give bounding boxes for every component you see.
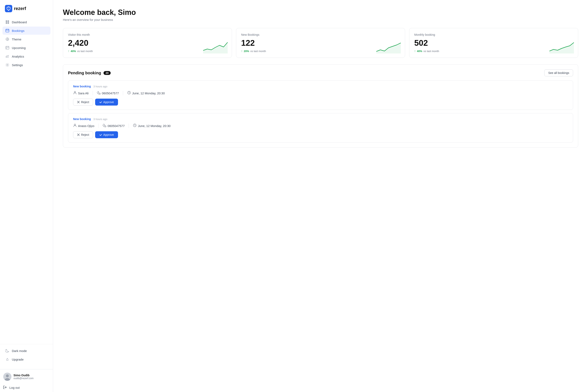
booking-name-item-0: Sara Ali — [73, 91, 93, 95]
sidebar-nav: Dashboard Bookings Theme — [0, 16, 53, 182]
sidebar-item-bookings-label: Bookings — [12, 29, 24, 32]
pending-count-badge: 20 — [104, 71, 110, 75]
booking-name-item-1: Anass Ojiyo — [73, 124, 98, 128]
sidebar-item-theme-label: Theme — [12, 38, 22, 41]
booking-card-header-1: New booking 3 hours ago — [73, 118, 568, 121]
stat-monthly-pct: 40% — [417, 50, 422, 53]
up-arrow-icon-2: ↑ — [241, 50, 242, 53]
stat-card-visitors: Visitor this month 2,420 ↑ 40% vs last m… — [63, 28, 232, 58]
logo: rezerf — [0, 0, 53, 16]
booking-details-1: Anass Ojiyo 0605047577 — [73, 124, 568, 128]
booking-card-header-0: New booking 3 hours ago — [73, 85, 568, 88]
booking-tag-0: New booking — [73, 85, 91, 88]
stat-bookings-pct: 20% — [244, 50, 249, 53]
sidebar-item-upcoming[interactable]: Upcoming — [2, 44, 50, 52]
stat-visitors-label: Visitor this month — [68, 33, 227, 36]
stat-visitors-chart — [203, 41, 228, 54]
booking-phone-1: 0605047577 — [108, 124, 124, 128]
booking-time-1: 3 hours ago — [93, 118, 108, 121]
svg-point-10 — [7, 64, 8, 66]
phone-icon — [97, 91, 101, 95]
sidebar-item-darkmode-label: Dark mode — [12, 349, 27, 352]
stat-monthly-vs: vs last month — [424, 50, 439, 53]
booking-details-0: Sara Ali 0605047577 — [73, 91, 568, 95]
svg-marker-16 — [550, 42, 574, 54]
logout-item[interactable]: Log out — [0, 383, 53, 392]
stat-bookings-label: New Bookings — [241, 33, 400, 36]
svg-point-17 — [74, 92, 76, 93]
upgrade-icon — [5, 357, 10, 362]
booking-actions-0: Reject Approve — [73, 98, 568, 106]
see-all-bookings-button[interactable]: See all bookings — [544, 70, 573, 76]
booking-date-item-0: June, 12 Monday, 20:30 — [127, 91, 165, 95]
booking-name-1: Anass Ojiyo — [78, 124, 94, 128]
sidebar-item-bookings[interactable]: Bookings — [2, 26, 50, 35]
approve-button-1[interactable]: Approve — [95, 131, 118, 138]
analytics-icon — [5, 54, 10, 58]
pending-title-row: Pending booking 20 — [68, 71, 111, 75]
stat-card-bookings: New Bookings 122 ↑ 20% vs last month — [236, 28, 405, 58]
booking-card-0: New booking 3 hours ago Sara Ali — [68, 80, 573, 110]
stat-bookings-chart — [376, 41, 401, 54]
user-email: oudib@rezerf.com — [14, 377, 50, 380]
booking-date-0: June, 12 Monday, 20:30 — [132, 92, 165, 95]
svg-rect-1 — [6, 20, 7, 22]
clock-icon — [127, 91, 131, 95]
up-arrow-icon-3: ↑ — [414, 50, 416, 53]
svg-rect-7 — [6, 46, 9, 49]
booking-phone-item-0: 0605047577 — [97, 91, 123, 95]
x-icon — [77, 101, 80, 104]
booking-date-1: June, 12 Monday, 20:30 — [138, 124, 170, 128]
svg-rect-2 — [8, 20, 9, 22]
sidebar-item-upgrade[interactable]: Upgrade — [2, 355, 50, 364]
approve-button-0[interactable]: Approve — [95, 98, 118, 106]
brand-name: rezerf — [14, 6, 26, 11]
booking-card-1: New booking 3 hours ago Anass Ojiyo — [68, 113, 573, 142]
dashboard-icon — [5, 20, 10, 24]
person-icon — [73, 91, 77, 95]
sidebar-item-theme[interactable]: Theme — [2, 35, 50, 43]
logout-label: Log out — [10, 386, 20, 389]
user-name: Simo Oudib — [14, 374, 50, 377]
sidebar-item-analytics[interactable]: Analytics — [2, 52, 50, 60]
user-section: Simo Oudib oudib@rezerf.com — [0, 369, 53, 383]
bookings-icon — [5, 28, 10, 33]
sidebar-item-darkmode[interactable]: Dark mode — [2, 347, 50, 355]
moon-icon — [5, 349, 10, 353]
rezerf-logo-icon — [5, 5, 12, 12]
page-title: Welcome back, Simo — [63, 8, 578, 17]
sidebar-item-dashboard[interactable]: Dashboard — [2, 18, 50, 26]
sidebar-item-settings[interactable]: Settings — [2, 61, 50, 69]
stats-grid: Visitor this month 2,420 ↑ 40% vs last m… — [63, 28, 578, 58]
svg-rect-8 — [6, 48, 7, 48]
stat-visitors-pct: 40% — [71, 50, 76, 53]
settings-icon — [5, 63, 10, 67]
svg-point-19 — [74, 124, 76, 126]
reject-button-1[interactable]: Reject — [73, 131, 93, 138]
page-subtitle: Here's an overview for your business — [63, 18, 578, 22]
stat-bookings-vs: vs last month — [250, 50, 266, 53]
booking-cards: New booking 3 hours ago Sara Ali — [68, 80, 573, 142]
booking-actions-1: Reject Approve — [73, 131, 568, 138]
svg-rect-5 — [6, 29, 9, 32]
upcoming-icon — [5, 46, 10, 50]
x-icon-2 — [77, 133, 80, 136]
sidebar-item-settings-label: Settings — [12, 63, 23, 67]
stat-card-monthly: Monthly booking 502 ↑ 40% vs last month — [409, 28, 578, 58]
svg-rect-3 — [6, 22, 7, 24]
reject-button-0[interactable]: Reject — [73, 98, 93, 106]
booking-phone-item-1: 0605047577 — [103, 124, 129, 128]
booking-tag-1: New booking — [73, 118, 91, 121]
booking-phone-0: 0605047577 — [102, 92, 119, 95]
svg-rect-4 — [8, 22, 9, 24]
booking-name-0: Sara Ali — [78, 92, 88, 95]
pending-section: Pending booking 20 See all bookings New … — [63, 64, 578, 148]
logout-icon — [3, 385, 7, 390]
user-info: Simo Oudib oudib@rezerf.com — [14, 374, 50, 380]
booking-time-0: 3 hours ago — [93, 85, 108, 88]
pending-header: Pending booking 20 See all bookings — [68, 70, 573, 76]
svg-marker-14 — [203, 42, 228, 54]
stat-monthly-label: Monthly booking — [414, 33, 573, 36]
theme-icon — [5, 37, 10, 41]
pending-title: Pending booking — [68, 71, 101, 75]
